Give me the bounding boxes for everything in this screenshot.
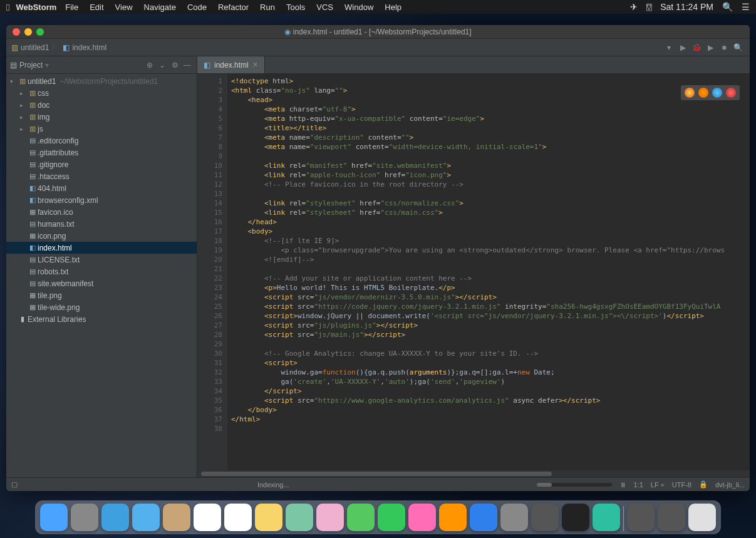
dock-recent1[interactable] (627, 504, 655, 531)
chrome-icon[interactable] (685, 88, 695, 98)
tree-item[interactable]: ▸▥img (6, 111, 197, 123)
menu-help[interactable]: Help (385, 3, 401, 12)
dock-facetime[interactable] (378, 504, 405, 531)
project-tree[interactable]: ▾▥untitled1~/WebstormProjects/untitled1▸… (6, 74, 197, 477)
collapse-all-icon[interactable]: ⌄ (157, 61, 168, 70)
tree-item[interactable]: ▦tile.png (6, 289, 197, 301)
tree-label: .gitattributes (38, 148, 78, 157)
dock-finder[interactable] (40, 504, 68, 531)
expand-arrow-icon[interactable]: ▾ (10, 78, 18, 85)
search-everywhere-icon[interactable]: 🔍 (731, 41, 745, 54)
app-name[interactable]: WebStorm (16, 3, 56, 12)
hide-panel-icon[interactable]: — (182, 61, 193, 70)
editor-tab[interactable]: ◧ index.html ✕ (197, 56, 265, 73)
dock-prefs[interactable] (531, 504, 559, 531)
safari-icon[interactable] (712, 88, 722, 98)
opera-icon[interactable] (726, 88, 736, 98)
tree-item[interactable]: ▮External Libraries (6, 313, 197, 325)
tree-item[interactable]: ▾▥untitled1~/WebstormProjects/untitled1 (6, 75, 197, 87)
pause-icon[interactable]: ⏸ (619, 481, 626, 489)
dock-trash[interactable] (688, 504, 716, 531)
lock-icon[interactable]: 🔒 (699, 480, 708, 489)
tree-item[interactable]: ▤.editorconfig (6, 135, 197, 147)
tree-item[interactable]: ▤.gitignore (6, 158, 197, 170)
menu-run[interactable]: Run (260, 3, 275, 12)
running-task[interactable]: dvt-jb_li... (715, 481, 745, 489)
caret-position[interactable]: 1:1 (634, 481, 643, 489)
menu-refactor[interactable]: Refactor (218, 3, 249, 12)
dock-safari[interactable] (101, 504, 129, 531)
menu-view[interactable]: View (115, 3, 133, 12)
stop-icon[interactable]: ■ (717, 41, 731, 54)
tree-item[interactable]: ▤robots.txt (6, 266, 197, 277)
dock-appstore[interactable] (470, 504, 497, 531)
horizontal-scrollbar[interactable] (197, 470, 750, 477)
breadcrumb-project[interactable]: ▥ untitled1 〉 (11, 42, 59, 53)
tree-item[interactable]: ◧404.html (6, 182, 197, 194)
tree-item[interactable]: ▦tile-wide.png (6, 301, 197, 313)
tree-item[interactable]: ▸▥js (6, 123, 197, 135)
tree-item[interactable]: ▦icon.png (6, 230, 197, 242)
menu-vcs[interactable]: VCS (316, 3, 333, 12)
run-icon[interactable]: ▶ (676, 41, 690, 54)
tree-item[interactable]: ▸▥css (6, 87, 197, 99)
expand-arrow-icon[interactable]: ▸ (20, 90, 28, 96)
clock[interactable]: Sat 11:24 PM (660, 2, 713, 12)
firefox-icon[interactable] (698, 88, 708, 98)
window-close-button[interactable] (13, 28, 20, 36)
menu-tools[interactable]: Tools (286, 3, 305, 12)
spotlight-icon[interactable]: 🔍 (722, 2, 733, 12)
dock-launchpad[interactable] (71, 504, 98, 531)
dock-mail[interactable] (132, 504, 160, 531)
project-panel-title[interactable]: Project (19, 61, 43, 70)
dock-maps[interactable] (286, 504, 313, 531)
tree-item[interactable]: ▸▥doc (6, 99, 197, 111)
dock-books[interactable] (439, 504, 467, 531)
coverage-icon[interactable]: ▶ (703, 41, 717, 54)
expand-arrow-icon[interactable]: ▸ (20, 114, 28, 120)
close-tab-icon[interactable]: ✕ (252, 61, 258, 69)
file-encoding[interactable]: UTF-8 (672, 481, 691, 489)
breadcrumb-file[interactable]: ◧ index.html (63, 43, 106, 52)
debug-icon[interactable]: 🐞 (690, 41, 703, 54)
dock-music[interactable] (408, 504, 436, 531)
dock-settings[interactable] (500, 504, 528, 531)
tool-window-toggle-icon[interactable]: ▢ (11, 480, 18, 489)
dropdown-icon[interactable]: ▾ (662, 41, 676, 54)
dock-webstorm[interactable] (593, 504, 620, 531)
tree-item[interactable]: ▤LICENSE.txt (6, 254, 197, 266)
window-zoom-button[interactable] (36, 28, 44, 36)
menu-icon[interactable]: ☰ (742, 2, 750, 12)
dock-notes[interactable] (255, 504, 282, 531)
menu-window[interactable]: Window (344, 3, 373, 12)
dock-contacts[interactable] (163, 504, 190, 531)
expand-arrow-icon[interactable]: ▸ (20, 126, 28, 132)
dock-reminders[interactable] (224, 504, 252, 531)
dock-messages[interactable] (347, 504, 375, 531)
line-number-gutter[interactable]: 1234567891011121314151617181920212223242… (197, 74, 227, 470)
dock-recent2[interactable] (658, 504, 685, 531)
scroll-to-source-icon[interactable]: ⊕ (144, 61, 155, 70)
vpn-icon[interactable]: ✈︎ (630, 2, 638, 12)
dock-calendar[interactable] (194, 504, 221, 531)
dock-terminal[interactable] (562, 504, 589, 531)
menu-code[interactable]: Code (187, 3, 207, 12)
tree-item[interactable]: ▤.htaccess (6, 170, 197, 182)
menu-file[interactable]: File (65, 3, 78, 12)
user-icon[interactable]: ⍔ (646, 2, 651, 12)
dock-photos[interactable] (316, 504, 344, 531)
tree-item[interactable]: ▤humans.txt (6, 218, 197, 230)
menu-edit[interactable]: Edit (90, 3, 103, 12)
expand-arrow-icon[interactable]: ▸ (20, 102, 28, 108)
tree-item[interactable]: ▤site.webmanifest (6, 277, 197, 289)
window-minimize-button[interactable] (24, 28, 32, 36)
apple-menu-icon[interactable]:  (6, 2, 9, 13)
tree-item[interactable]: ◧browserconfig.xml (6, 194, 197, 206)
line-separator[interactable]: LF ÷ (651, 481, 665, 489)
menu-navigate[interactable]: Navigate (144, 3, 176, 12)
tree-item[interactable]: ◧index.html (6, 242, 197, 254)
tree-item[interactable]: ▦favicon.ico (6, 206, 197, 218)
code-editor[interactable]: <!doctype html><html class="no-js" lang=… (227, 74, 750, 470)
tree-item[interactable]: ▤.gitattributes (6, 147, 197, 158)
settings-gear-icon[interactable]: ⚙ (169, 61, 180, 70)
